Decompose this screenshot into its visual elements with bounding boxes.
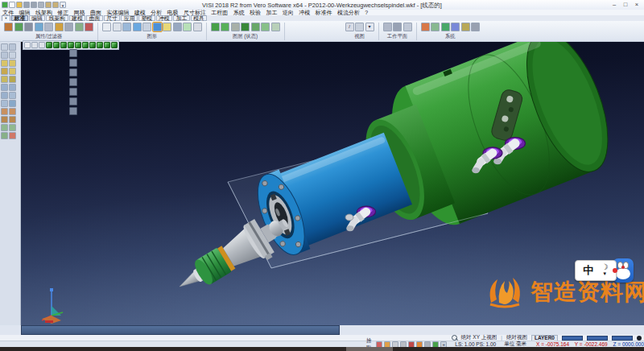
menu-die[interactable]: 冲模	[296, 10, 312, 15]
app-logo-icon[interactable]	[2, 2, 8, 8]
undo-icon[interactable]	[45, 2, 52, 8]
group-workplane: 工作平面	[379, 23, 417, 40]
group-icons	[4, 23, 93, 31]
mask-elements-icon[interactable]	[64, 23, 73, 31]
arc-3pt-icon[interactable]	[9, 92, 16, 99]
redraw-icon[interactable]	[183, 23, 192, 31]
menu-machining[interactable]: 加工	[263, 10, 279, 15]
layer-current-icon[interactable]	[241, 23, 250, 31]
trim-tool-icon[interactable]	[1, 108, 8, 115]
group-icons	[102, 23, 202, 31]
maximize-button[interactable]: □	[620, 0, 631, 9]
workplane-align-icon[interactable]	[403, 23, 412, 31]
isolate-elements-icon[interactable]	[75, 23, 84, 31]
snap-intersection-icon[interactable]	[9, 68, 16, 75]
status-field-placeholder	[612, 336, 633, 341]
ime-status-dot	[613, 268, 617, 273]
ime-language-indicator[interactable]: 中	[583, 263, 593, 278]
extend-tool-icon[interactable]	[9, 108, 16, 115]
delete-tool-icon[interactable]	[9, 132, 16, 139]
line-2pt-icon[interactable]	[1, 84, 8, 91]
system-grid-icon[interactable]	[451, 23, 460, 31]
move-tool-icon[interactable]	[1, 124, 8, 131]
profile-tool-icon[interactable]	[9, 100, 16, 107]
status-field-placeholder	[562, 336, 583, 341]
new-document-icon[interactable]	[9, 2, 15, 8]
menu-reverse[interactable]: 逆向	[280, 10, 296, 15]
shaded-edges-mode-icon[interactable]	[153, 23, 162, 31]
save-icon[interactable]	[23, 2, 30, 8]
zoom-indicator-icon[interactable]	[452, 335, 457, 341]
menu-drawing[interactable]: 工程图	[208, 10, 230, 15]
system-colors-icon[interactable]	[421, 23, 430, 31]
chamfer-2d-icon[interactable]	[9, 116, 16, 123]
close-button[interactable]: ×	[631, 0, 642, 9]
element-filter-icon[interactable]	[44, 23, 53, 31]
coord-x: X = -0075.164	[536, 341, 569, 347]
layer-filter-icon[interactable]	[35, 23, 43, 31]
filter-reset-icon[interactable]	[85, 23, 93, 31]
fillet-2d-icon[interactable]	[1, 116, 8, 123]
quick-pick-icon[interactable]	[55, 23, 64, 31]
workplane-origin-icon[interactable]	[393, 23, 402, 31]
hidden-line-mode-icon[interactable]	[113, 23, 122, 31]
snap-tangent-icon[interactable]	[9, 76, 16, 83]
open-folder-icon[interactable]	[16, 2, 23, 8]
snap-end-icon[interactable]	[1, 60, 8, 67]
linetype-filter-icon[interactable]	[24, 23, 33, 31]
redo-icon[interactable]	[52, 2, 59, 8]
layer-off-icon[interactable]	[231, 23, 240, 31]
layer-new-icon[interactable]	[211, 23, 220, 31]
rectangle-tool-icon[interactable]	[1, 100, 8, 107]
system-options-icon[interactable]	[441, 23, 450, 31]
save-as-icon[interactable]	[31, 2, 37, 8]
snap-center-icon[interactable]	[1, 68, 8, 75]
ime-moon-icon[interactable]: ☽	[601, 264, 609, 270]
gouraud-shade-mode-icon[interactable]	[133, 23, 142, 31]
group-label: 工作平面	[387, 33, 407, 40]
layer-settings-icon[interactable]	[271, 23, 280, 31]
menu-standard-parts[interactable]: 标准件	[312, 10, 334, 15]
3d-viewport[interactable]: 智造资料网 中 ☽ ▼	[21, 42, 644, 325]
view-menu-icon[interactable]: ▾	[365, 23, 374, 31]
view-store-icon[interactable]	[355, 23, 364, 31]
system-settings-icon[interactable]	[431, 23, 440, 31]
layer-move-icon[interactable]	[261, 23, 270, 31]
layer-on-icon[interactable]	[221, 23, 229, 31]
system-tools-icon[interactable]	[461, 23, 470, 31]
flat-shade-mode-icon[interactable]	[122, 23, 131, 31]
menu-moldflow[interactable]: 模流分析	[335, 10, 362, 15]
zoom-window-icon[interactable]	[1, 52, 8, 59]
menu-help[interactable]: ?	[362, 10, 370, 15]
background-color-icon[interactable]	[173, 23, 182, 31]
ime-menu-arrow-icon[interactable]: ▼	[602, 270, 607, 277]
select-arrow-icon[interactable]	[1, 43, 8, 51]
print-icon[interactable]	[38, 2, 44, 8]
zoom-previous-icon[interactable]	[9, 52, 16, 59]
menu-system[interactable]: 系统	[231, 10, 247, 15]
rotate-tool-icon[interactable]	[9, 124, 16, 131]
attribute-paint-icon[interactable]	[4, 23, 13, 31]
zoom-extents-icon[interactable]	[193, 23, 202, 31]
qat-customize-icon[interactable]: ▾	[60, 2, 66, 8]
workplane-select-icon[interactable]	[383, 23, 392, 31]
select-polygon-icon[interactable]	[9, 43, 16, 51]
minimize-button[interactable]: –	[609, 0, 620, 9]
mirror-tool-icon[interactable]	[1, 132, 8, 139]
command-prompt-bar[interactable]	[21, 325, 340, 335]
menu-verify[interactable]: 校验	[247, 10, 263, 15]
system-info-icon[interactable]	[471, 23, 480, 31]
transparency-mode-icon[interactable]	[142, 23, 151, 31]
wireframe-mode-icon[interactable]	[102, 23, 111, 31]
snap-mid-icon[interactable]	[9, 60, 16, 67]
line-parallel-icon[interactable]	[9, 84, 16, 91]
light-settings-icon[interactable]	[163, 23, 171, 31]
view-previous-icon[interactable]: /	[345, 23, 354, 31]
ime-card[interactable]: 中 ☽ ▼	[575, 260, 617, 281]
snap-quadrant-icon[interactable]	[1, 76, 8, 83]
circle-center-radius-icon[interactable]	[1, 92, 8, 99]
layer-manager-icon[interactable]	[251, 23, 260, 31]
ime-toolbar[interactable]: 中 ☽ ▼	[575, 260, 634, 283]
color-filter-icon[interactable]	[14, 23, 23, 31]
left-tool-panel	[0, 42, 21, 325]
